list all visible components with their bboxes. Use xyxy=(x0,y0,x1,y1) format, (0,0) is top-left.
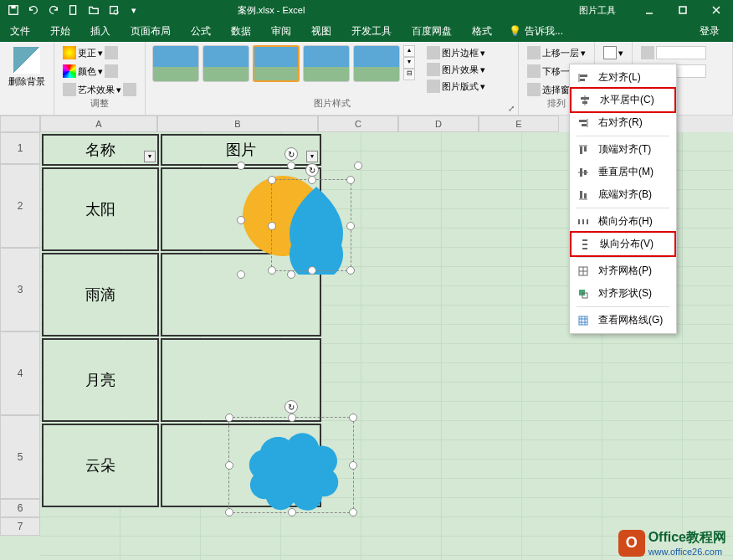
filter-button-a[interactable]: ▾ xyxy=(144,151,156,162)
remove-background-button[interactable]: 删除背景 xyxy=(7,45,47,90)
redo-icon[interactable] xyxy=(47,3,60,17)
tab-layout[interactable]: 页面布局 xyxy=(120,20,181,42)
handle-outer-n[interactable] xyxy=(287,162,295,170)
cell-a2[interactable]: 太阳 xyxy=(42,167,159,251)
handle-outer-w[interactable] xyxy=(237,216,245,224)
shape-cloud[interactable]: ↻ xyxy=(228,417,354,517)
minimize-button[interactable] xyxy=(633,0,666,20)
col-header-b[interactable]: B xyxy=(157,116,318,132)
col-header-e[interactable]: E xyxy=(479,116,559,132)
tab-format[interactable]: 格式 xyxy=(462,20,502,42)
handle-e[interactable] xyxy=(346,222,355,230)
picture-border-button[interactable]: 图片边框 ▾ xyxy=(425,45,487,60)
rotate-handle-icon-3[interactable]: ↻ xyxy=(284,400,298,414)
print-preview-icon[interactable] xyxy=(107,3,120,17)
row-header-4[interactable]: 4 xyxy=(0,331,40,415)
color-button[interactable]: 颜色 ▾ xyxy=(61,64,138,79)
cloud-handle-sw[interactable] xyxy=(225,508,233,516)
menu-distribute-v[interactable]: 纵向分布(V) xyxy=(572,233,674,255)
menu-align-vcenter[interactable]: 垂直居中(M) xyxy=(570,161,676,183)
menu-distribute-h[interactable]: 横向分布(H) xyxy=(570,210,676,233)
cloud-handle-s[interactable] xyxy=(288,508,296,516)
style-thumb-2[interactable] xyxy=(202,45,249,82)
gallery-more-icon[interactable]: ⊟ xyxy=(403,69,415,80)
close-button[interactable] xyxy=(700,0,733,20)
height-input[interactable] xyxy=(639,45,725,60)
handle-outer-s[interactable] xyxy=(287,270,295,279)
menu-view-gridlines[interactable]: 查看网格线(G) xyxy=(570,309,676,331)
cloud-handle-n[interactable] xyxy=(288,414,296,422)
row-header-3[interactable]: 3 xyxy=(0,248,40,331)
tell-me-search[interactable]: 💡 告诉我... xyxy=(509,20,563,42)
col-header-c[interactable]: C xyxy=(318,116,398,132)
svg-rect-28 xyxy=(578,219,580,224)
cell-a3[interactable]: 雨滴 xyxy=(42,253,159,337)
style-thumb-3[interactable] xyxy=(253,45,300,82)
col-header-d[interactable]: D xyxy=(398,116,479,132)
select-all-corner[interactable] xyxy=(0,116,40,132)
menu-align-right[interactable]: 右对齐(R) xyxy=(570,111,676,134)
handle-outer-ne[interactable] xyxy=(354,162,362,170)
corrections-button[interactable]: 更正 ▾ xyxy=(61,45,138,60)
login-link[interactable]: 登录 xyxy=(700,20,720,42)
col-header-a[interactable]: A xyxy=(40,116,157,132)
maximize-button[interactable] xyxy=(666,0,700,20)
row-header-7[interactable]: 7 xyxy=(0,517,40,536)
cloud-handle-w[interactable] xyxy=(225,461,233,470)
handle-nw[interactable] xyxy=(268,176,276,184)
menu-align-top[interactable]: 顶端对齐(T) xyxy=(570,138,676,161)
row-header-2[interactable]: 2 xyxy=(0,164,40,248)
style-thumb-5[interactable] xyxy=(353,45,400,82)
handle-w[interactable] xyxy=(268,222,276,230)
cell-a4[interactable]: 月亮 xyxy=(42,338,159,422)
cloud-handle-nw[interactable] xyxy=(225,414,233,422)
rotate-handle-icon-2[interactable]: ↻ xyxy=(305,163,319,177)
row-header-6[interactable]: 6 xyxy=(0,499,40,517)
cloud-handle-e[interactable] xyxy=(349,461,357,470)
gallery-down-icon[interactable]: ▾ xyxy=(403,57,415,69)
handle-sw[interactable] xyxy=(268,266,276,275)
dialog-launcher-icon[interactable]: ⤢ xyxy=(508,104,515,113)
shape-sun-group[interactable]: ↻ ↻ xyxy=(241,166,341,266)
handle-ne[interactable] xyxy=(346,176,355,184)
handle-s[interactable] xyxy=(308,266,316,275)
tab-developer[interactable]: 开发工具 xyxy=(341,20,402,42)
picture-styles-gallery[interactable]: ▴ ▾ ⊟ xyxy=(152,45,415,97)
menu-snap-grid[interactable]: 对齐网格(P) xyxy=(570,259,676,282)
qat-customize-icon[interactable]: ▾ xyxy=(127,3,141,17)
style-thumb-4[interactable] xyxy=(303,45,350,82)
align-dropdown-button[interactable]: ▾ xyxy=(602,45,625,60)
new-icon[interactable] xyxy=(67,3,80,17)
picture-effects-button[interactable]: 图片效果 ▾ xyxy=(425,62,487,77)
style-thumb-1[interactable] xyxy=(152,45,199,82)
row-header-1[interactable]: 1 xyxy=(0,132,40,164)
menu-align-bottom[interactable]: 底端对齐(B) xyxy=(570,183,676,206)
cloud-handle-se[interactable] xyxy=(349,508,357,516)
menu-align-hcenter[interactable]: 水平居中(C) xyxy=(572,89,674,111)
handle-outer-sw[interactable] xyxy=(237,270,245,279)
artistic-effects-button[interactable]: 艺术效果 ▾ xyxy=(61,82,138,97)
handle-outer-nw[interactable] xyxy=(237,162,245,170)
picture-layout-button[interactable]: 图片版式 ▾ xyxy=(425,79,487,94)
undo-icon[interactable] xyxy=(27,3,40,17)
open-icon[interactable] xyxy=(87,3,100,17)
tab-view[interactable]: 视图 xyxy=(301,20,341,42)
tab-review[interactable]: 审阅 xyxy=(261,20,301,42)
tab-insert[interactable]: 插入 xyxy=(80,20,120,42)
row-header-5[interactable]: 5 xyxy=(0,415,40,499)
handle-se[interactable] xyxy=(346,266,355,275)
tab-formula[interactable]: 公式 xyxy=(181,20,221,42)
tab-home[interactable]: 开始 xyxy=(40,20,80,42)
tab-data[interactable]: 数据 xyxy=(221,20,261,42)
bring-forward-button[interactable]: 上移一层 ▾ xyxy=(525,45,587,60)
menu-align-left[interactable]: 左对齐(L) xyxy=(570,66,676,89)
gallery-up-icon[interactable]: ▴ xyxy=(403,45,415,57)
tab-baidu[interactable]: 百度网盘 xyxy=(402,20,462,42)
cell-a1[interactable]: 名称▾ xyxy=(42,134,159,166)
menu-snap-shape[interactable]: 对齐形状(S) xyxy=(570,282,676,305)
cloud-handle-ne[interactable] xyxy=(349,414,357,422)
handle-n[interactable] xyxy=(308,176,316,184)
tab-file[interactable]: 文件 xyxy=(0,20,40,42)
save-icon[interactable] xyxy=(7,3,20,17)
cell-a5[interactable]: 云朵 xyxy=(42,424,159,507)
